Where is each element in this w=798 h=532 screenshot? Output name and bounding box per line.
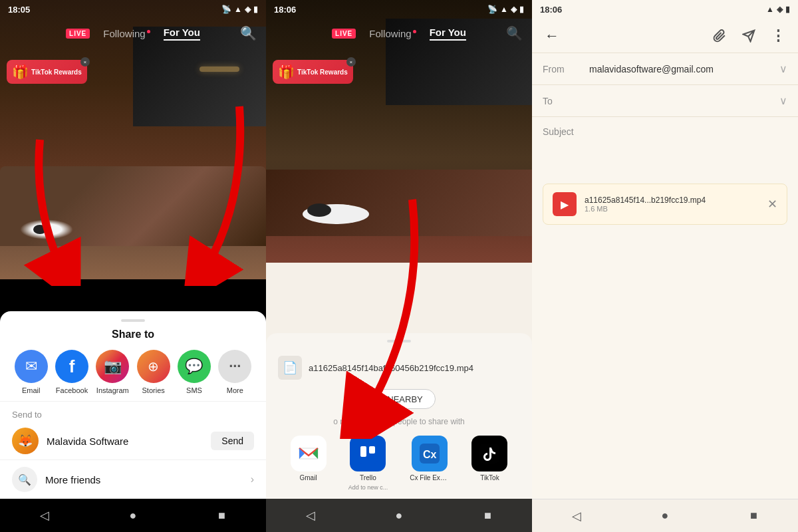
battery-icon-3: ▮	[785, 5, 790, 14]
from-label: From	[543, 64, 589, 74]
gmail-app-icon	[291, 436, 327, 471]
email-app-label: Email	[22, 386, 41, 394]
from-row: From malavidasoftware@gmail.com ∨	[532, 53, 798, 85]
sheet-handle-1	[121, 319, 145, 322]
back-nav-2[interactable]: ◁	[303, 507, 319, 523]
rewards-label-2: TikTok Rewards	[297, 68, 348, 76]
gmail-toolbar: ← ⋮	[532, 19, 798, 53]
bottom-nav-2: ◁ ● ■	[266, 499, 532, 532]
subject-row[interactable]: Subject	[532, 117, 798, 146]
svg-text:Cx: Cx	[423, 449, 437, 460]
share-app-sms[interactable]: 💬 SMS	[178, 350, 211, 394]
search-icon-2[interactable]: 🔍	[506, 25, 523, 41]
nav-foryou-1[interactable]: For You	[164, 27, 200, 41]
sms-app-icon: 💬	[178, 350, 211, 383]
bottom-nav-1: ◁ ● ■	[0, 499, 266, 532]
attachment-name: a11625a8145f14...b219fcc19.mp4	[585, 196, 759, 205]
back-nav-1[interactable]: ◁	[37, 507, 53, 523]
share-apps-row-2: Gmail Trello Add to new c...	[266, 432, 532, 499]
more-app-label: More	[227, 386, 243, 394]
share-app-cx[interactable]: Cx Cx File Explo...	[410, 436, 450, 491]
share-app-email[interactable]: ✉ Email	[15, 350, 48, 394]
status-time-2: 18:06	[274, 5, 296, 15]
scene-lights	[200, 66, 239, 72]
stories-app-icon: ⊕	[137, 350, 170, 383]
stories-app-label: Stories	[142, 386, 165, 394]
instagram-app-label: Instagram	[96, 386, 129, 394]
rewards-label-1: TikTok Rewards	[31, 68, 82, 76]
to-chevron[interactable]: ∨	[779, 94, 787, 107]
share-sheet-1: Share to ✉ Email f Facebook 📷 Instagram …	[0, 311, 266, 499]
signal-icon-3: ▲	[766, 5, 774, 14]
search-circle-1: 🔍	[12, 467, 37, 492]
share-app-stories[interactable]: ⊕ Stories	[137, 350, 170, 394]
share-app-gmail[interactable]: Gmail	[291, 436, 327, 491]
send-button-1[interactable]: Send	[211, 432, 254, 450]
nav-following-2[interactable]: Following	[369, 28, 416, 39]
facebook-app-icon: f	[55, 350, 88, 383]
cast-icon-1: 📡	[221, 5, 231, 14]
more-app-icon: ···	[218, 350, 251, 383]
share-app-trello[interactable]: Trello Add to new c...	[348, 436, 388, 491]
more-friends-row-1[interactable]: 🔍 More friends ›	[0, 460, 266, 499]
home-nav-3[interactable]: ●	[657, 508, 673, 524]
share-app-instagram[interactable]: 📷 Instagram	[96, 350, 129, 394]
divider-1	[0, 401, 266, 402]
nav-following-1[interactable]: Following	[103, 28, 150, 39]
svg-rect-8	[369, 446, 375, 454]
send-to-label-1: Send to	[0, 407, 266, 422]
status-bar-2: 18:06 📡 ▲ ◈ ▮	[266, 0, 532, 19]
recent-nav-1[interactable]: ■	[213, 507, 229, 523]
signal-icon-2: ▲	[500, 5, 508, 14]
rewards-close-1[interactable]: ×	[80, 57, 90, 66]
tiktok-rewards-1[interactable]: 🎁 TikTok Rewards ×	[7, 60, 87, 84]
sms-app-label: SMS	[186, 386, 202, 394]
red-arrow-2	[306, 186, 466, 439]
back-nav-3[interactable]: ◁	[569, 508, 585, 524]
facebook-app-label: Facebook	[56, 386, 88, 394]
following-dot-2	[413, 30, 416, 33]
send-to-row-1: 🦊 Malavida Software Send	[0, 422, 266, 460]
home-nav-2[interactable]: ●	[391, 507, 407, 523]
more-button[interactable]: ⋮	[766, 24, 790, 48]
battery-icon-2: ▮	[519, 5, 524, 14]
more-friends-label-1: More friends	[45, 474, 243, 485]
recent-nav-3[interactable]: ■	[745, 508, 761, 524]
share-app-facebook[interactable]: f Facebook	[55, 350, 88, 394]
red-arrow-left-1	[0, 133, 133, 286]
share-app-tiktok[interactable]: TikTok	[471, 436, 507, 491]
live-badge-2[interactable]: LIVE	[332, 29, 356, 39]
rewards-close-2[interactable]: ×	[346, 57, 356, 66]
attachment-close-button[interactable]: ✕	[767, 197, 777, 211]
nav-foryou-2[interactable]: For You	[430, 27, 466, 41]
contact-avatar-1: 🦊	[12, 428, 39, 454]
to-row[interactable]: To ∨	[532, 85, 798, 117]
wifi-icon-2: ◈	[511, 5, 517, 14]
search-icon-1[interactable]: 🔍	[240, 25, 257, 41]
panel-gmail-compose: 18:06 ▲ ◈ ▮ ← ⋮ From malavidasoftware@gm…	[532, 0, 798, 532]
email-app-icon: ✉	[15, 350, 48, 383]
svg-rect-7	[360, 446, 366, 457]
attachment-area: ▶ a11625a8145f14...b219fcc19.mp4 1.6 MB …	[543, 184, 787, 225]
share-apps-row-1: ✉ Email f Facebook 📷 Instagram ⊕ Stories…	[0, 350, 266, 394]
recent-nav-2[interactable]: ■	[479, 507, 495, 523]
tiktok-app-icon	[471, 436, 507, 471]
share-app-more[interactable]: ··· More	[218, 350, 251, 394]
attach-button[interactable]	[708, 24, 732, 48]
trello-app-icon	[350, 436, 386, 471]
following-dot-1	[147, 30, 150, 33]
cx-app-label: Cx File Explo...	[410, 474, 450, 481]
instagram-app-icon: 📷	[96, 350, 129, 383]
cast-icon-2: 📡	[487, 5, 497, 14]
tiktok-rewards-2[interactable]: 🎁 TikTok Rewards ×	[273, 60, 353, 84]
live-badge-1[interactable]: LIVE	[66, 29, 90, 39]
home-nav-1[interactable]: ●	[125, 507, 141, 523]
from-value[interactable]: malavidasoftware@gmail.com	[589, 64, 779, 74]
send-button[interactable]	[737, 24, 761, 48]
from-chevron[interactable]: ∨	[779, 63, 787, 75]
compose-fields: From malavidasoftware@gmail.com ∨ To ∨ S…	[532, 53, 798, 146]
contact-name-1: Malavida Software	[47, 436, 203, 447]
back-button[interactable]: ←	[540, 24, 564, 48]
gmail-app-label: Gmail	[299, 474, 317, 481]
share-title-1: Share to	[0, 329, 266, 340]
